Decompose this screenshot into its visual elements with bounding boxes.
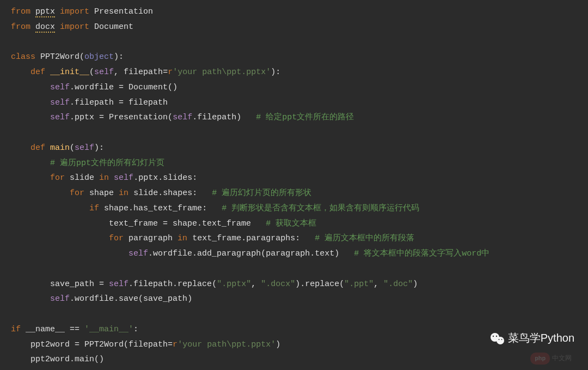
svg-point-4 [498,339,499,340]
self-ref: self [50,113,70,122]
string-literal: 'your path\ppt.pptx' [173,68,271,77]
var-shape: shape [89,189,114,198]
string-literal: ".docx" [261,280,295,289]
method-replace: replace [177,280,212,289]
code-line: self.wordfile.add_paragraph(paragraph.te… [11,246,577,262]
keyword-in: in [177,234,187,243]
attr-wordfile: wordfile [75,83,114,92]
keyword-for: for [109,234,124,243]
var-slide: slide [70,173,94,183]
var-save-path: save_path [50,280,94,289]
self-ref: self [50,294,70,304]
keyword-in: in [119,189,128,198]
keyword-for: for [50,173,65,183]
module-pptx: pptx [35,7,55,17]
watermark-wechat: 菜鸟学Python [490,328,574,348]
comment: # 获取文本框 [266,219,316,228]
string-literal: 'your path\ppt.pptx' [177,340,275,349]
keyword-if: if [89,204,99,213]
attr-paragraphs: paragraphs [246,234,295,243]
var-shape: shape [104,204,128,213]
code-line: def main(self): [11,141,577,156]
builtin-object: object [84,52,114,62]
method-replace: replace [305,280,339,289]
import-name: Document [94,22,133,32]
self-ref: self [114,173,133,183]
code-line: def __init__(self, filepath=r'your path\… [11,65,577,80]
keyword-def: def [30,143,45,153]
code-line: for paragraph in text_frame.paragraphs: … [11,231,577,246]
attr-pptx: pptx [138,173,158,183]
comment: # 遍历幻灯片页的所有形状 [212,189,311,198]
function-init: __init__ [50,68,89,77]
op-eq: == [70,325,79,334]
param-self: self [75,143,94,153]
import-name: Presentation [94,7,153,16]
code-line: self.wordfile = Document() [11,80,577,95]
var-save-path: save_path [143,294,187,304]
keyword-import: import [60,22,89,32]
var-paragraph: paragraph [128,234,173,243]
attr-wordfile: wordfile [75,294,114,304]
self-ref: self [50,83,70,92]
code-line: from docx import Document [11,20,577,35]
var-shape: shape [173,219,197,228]
attr-text-frame: text_frame [202,219,251,228]
string-literal: ".ppt" [344,280,373,289]
var-text-frame: text_frame [192,234,241,243]
var-text-frame: text_frame [109,219,158,228]
code-line: self.filepath = filepath [11,95,577,111]
string-literal: '__main__' [84,325,133,334]
keyword-from: from [11,22,30,32]
method-save: save [119,294,138,304]
attr-filepath: filepath [197,113,236,122]
call-document: Document [128,83,168,92]
code-line: # 遍历ppt文件的所有幻灯片页 [11,156,577,171]
param-self: self [94,68,114,77]
self-ref: self [128,249,148,258]
param-filepath: filepath [128,340,168,349]
php-cn-text: 中文网 [552,353,572,365]
dunder-name: __name__ [26,325,65,334]
code-line: save_path = self.filepath.replace(".pptx… [11,277,577,292]
code-line: if shape.has_text_frame: # 判断形状是否含有文本框，如… [11,201,577,216]
attr-wordfile: wordfile [153,249,192,258]
svg-point-5 [501,339,502,340]
self-ref: self [109,280,128,289]
attr-slides: slides [163,173,192,183]
self-ref: self [50,98,70,107]
class-name: PPT2Word [40,52,79,62]
svg-point-2 [493,335,494,336]
self-ref: self [173,113,192,122]
code-line: for slide in self.pptx.slides: [11,171,577,186]
var-ppt2word: ppt2word [30,340,70,349]
svg-point-3 [496,335,497,336]
attr-pptx: pptx [75,113,94,122]
method-main: main [75,355,94,364]
var-slide: slide [133,189,158,198]
keyword-def: def [30,68,45,77]
comment: # 判断形状是否含有文本框，如果含有则顺序运行代码 [222,204,419,213]
code-line: self.pptx = Presentation(self.filepath) … [11,110,577,125]
keyword-for: for [70,189,84,198]
var-filepath: filepath [128,98,168,107]
comment: # 给定ppt文件所在的路径 [256,113,354,122]
var-paragraph: paragraph [266,249,310,258]
blank-line [11,307,577,322]
code-editor: from pptx import Presentation from docx … [0,4,588,367]
keyword-if: if [11,325,21,334]
class-ppt2word: PPT2Word [84,340,124,349]
watermark-php: php 中文网 [530,353,572,365]
function-main: main [50,143,70,153]
blank-line [11,262,577,277]
code-line: text_frame = shape.text_frame # 获取文本框 [11,216,577,232]
code-line: class PPT2Word(object): [11,50,577,65]
code-line: self.wordfile.save(save_path) [11,292,577,307]
comment: # 遍历ppt文件的所有幻灯片页 [50,159,164,168]
php-badge: php [530,353,550,365]
wechat-icon [490,332,505,345]
param-filepath: filepath [124,68,163,77]
keyword-in: in [99,173,109,183]
var-ppt2word: ppt2word [30,355,70,364]
raw-prefix: r [168,68,173,77]
